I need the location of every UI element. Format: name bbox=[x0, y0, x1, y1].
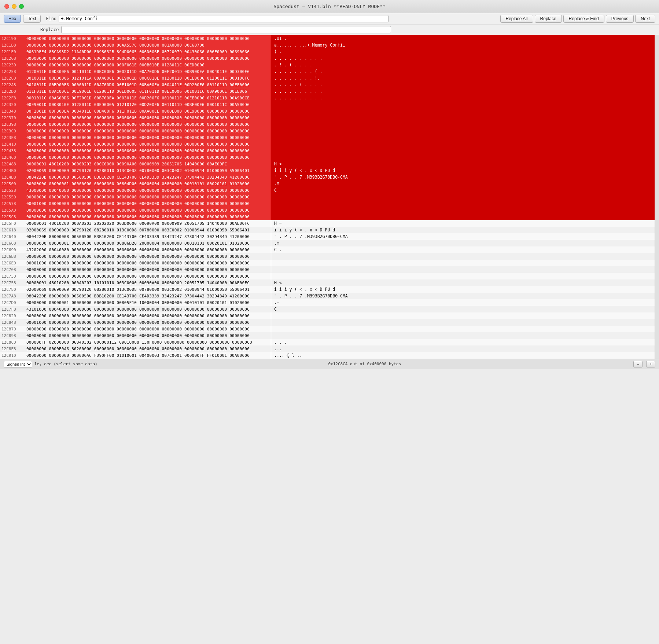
hex-row[interactable]: 12C41000000000 00000000 00000000 0000000… bbox=[0, 141, 271, 147]
text-row[interactable]: .UI . bbox=[271, 35, 655, 42]
decrease-btn[interactable]: − bbox=[633, 361, 643, 367]
hex-row[interactable]: 12C1E00061DFE4 8BCA93D2 11AA0D00 E098032… bbox=[0, 48, 271, 55]
text-panel[interactable]: .UI .a...... . ...+.Memory Confii ( . . … bbox=[271, 35, 655, 359]
hex-row[interactable]: 12C4B002000069 00690069 00790120 0828001… bbox=[0, 167, 271, 174]
text-row[interactable] bbox=[271, 319, 655, 326]
hex-row[interactable]: 12C2580120011E 00D300F6 0011011D 00BC00E… bbox=[0, 68, 271, 75]
hex-row[interactable]: 12C55000000000 00000000 00000000 0000000… bbox=[0, 194, 271, 200]
text-row[interactable]: H < bbox=[271, 279, 655, 286]
text-row[interactable] bbox=[271, 147, 655, 154]
hex-row[interactable]: 12C78002000069 00690069 00790120 0828001… bbox=[0, 286, 271, 293]
text-row[interactable] bbox=[271, 194, 655, 200]
minimize-button[interactable] bbox=[12, 4, 16, 9]
hex-row[interactable]: 12C61802000069 00690069 00790120 0828001… bbox=[0, 227, 271, 233]
text-row[interactable]: ( . bbox=[271, 48, 655, 55]
text-row[interactable]: a...... . ...+.Memory Confii bbox=[271, 42, 655, 48]
text-row[interactable] bbox=[271, 134, 655, 141]
hex-row[interactable]: 12C87000000000 00000000 00000000 0000000… bbox=[0, 326, 271, 332]
type-select[interactable]: Signed Int bbox=[4, 361, 32, 367]
hex-row[interactable]: 12C5F000000001 48010200 000A0203 2020202… bbox=[0, 220, 271, 227]
text-row[interactable]: . . . . . . . . . . bbox=[271, 55, 655, 62]
text-row[interactable]: . . . . . . . . . . bbox=[271, 88, 655, 95]
scrollbar[interactable] bbox=[655, 35, 659, 359]
hex-row[interactable]: 12C46000000000 00000000 00000000 0000000… bbox=[0, 154, 271, 161]
hex-row[interactable]: 12C6E000001000 00000000 00000000 0000000… bbox=[0, 260, 271, 266]
text-row[interactable]: . . . bbox=[271, 339, 655, 345]
next-button[interactable]: Next bbox=[635, 15, 655, 23]
hex-panel[interactable]: 12C19000000000 00000000 00000000 0000000… bbox=[0, 35, 271, 359]
text-row[interactable]: " . P . . 7 .M393B2G70DB0-CMA bbox=[271, 233, 655, 240]
hex-row[interactable]: 12C2F80001011C 00A600D6 00F2001D 00B700E… bbox=[0, 95, 271, 101]
text-row[interactable]: C bbox=[271, 187, 655, 194]
text-row[interactable]: .- bbox=[271, 299, 655, 306]
text-row[interactable]: . . . . . . . . ( . bbox=[271, 68, 655, 75]
text-row[interactable]: . ! . ( . . . . bbox=[271, 62, 655, 68]
hex-row[interactable]: 12C52843000000 00040080 00000000 0000000… bbox=[0, 187, 271, 194]
hex-row[interactable]: 12C23000000000 00000000 00000000 0000000… bbox=[0, 62, 271, 68]
hex-row[interactable]: 12C70800000000 00000000 00000000 0000000… bbox=[0, 266, 271, 273]
close-button[interactable] bbox=[4, 4, 9, 9]
text-row[interactable] bbox=[271, 114, 655, 121]
text-row[interactable] bbox=[271, 200, 655, 207]
text-row[interactable] bbox=[271, 141, 655, 147]
hex-row[interactable]: 12C84800001000 00000000 00000000 0000000… bbox=[0, 319, 271, 326]
hex-row[interactable]: 12C7F843101000 00040080 00000000 0000000… bbox=[0, 306, 271, 312]
hex-row[interactable]: 12C89800000000 00000000 00000000 0000000… bbox=[0, 332, 271, 339]
text-row[interactable] bbox=[271, 207, 655, 213]
replace-find-button[interactable]: Replace & Find bbox=[563, 15, 604, 23]
text-row[interactable]: i i i y ( < . x < D PU d bbox=[271, 167, 655, 174]
hex-row[interactable]: 12C75800000001 48010200 000A0203 1010101… bbox=[0, 279, 271, 286]
text-row[interactable]: H = bbox=[271, 220, 655, 227]
hex-row[interactable]: 12C37000000000 00000000 00000000 0000000… bbox=[0, 114, 271, 121]
text-row[interactable] bbox=[271, 326, 655, 332]
text-row[interactable]: ... bbox=[271, 345, 655, 352]
text-row[interactable]: . . . . . . . . . . bbox=[271, 95, 655, 101]
hex-row[interactable]: 12C39800000000 00000000 00000000 0000000… bbox=[0, 121, 271, 128]
text-row[interactable]: H < bbox=[271, 161, 655, 167]
hex-row[interactable]: 12C50000000000 00000001 00000000 0000000… bbox=[0, 180, 271, 187]
find-input[interactable] bbox=[59, 15, 389, 22]
text-row[interactable]: . . . . . ( . . . . bbox=[271, 81, 655, 88]
text-row[interactable] bbox=[271, 108, 655, 114]
hex-row[interactable]: 12C6400804220B 80000008 00500500 B3B1020… bbox=[0, 233, 271, 240]
text-row[interactable]: C . bbox=[271, 246, 655, 253]
text-row[interactable] bbox=[271, 128, 655, 134]
hex-row[interactable]: 12C20800000000 00000000 00000000 0000000… bbox=[0, 55, 271, 62]
text-row[interactable] bbox=[271, 213, 655, 220]
hex-row[interactable]: 12C3E800000000 00000000 00000000 0000000… bbox=[0, 134, 271, 141]
hex-row[interactable]: 12C1B800000000 00000000 00000000 0000000… bbox=[0, 42, 271, 48]
text-row[interactable] bbox=[271, 101, 655, 108]
text-row[interactable]: C bbox=[271, 306, 655, 312]
hex-row[interactable]: 12C2800010011D 00ED0006 0121011A 00A400C… bbox=[0, 75, 271, 81]
text-mode-button[interactable]: Text bbox=[23, 15, 41, 23]
text-row[interactable] bbox=[271, 266, 655, 273]
hex-row[interactable]: 12C32000E9001D 000B010E 0128011D 00ED000… bbox=[0, 101, 271, 108]
hex-row[interactable]: 12C19000000000 00000000 00000000 0000000… bbox=[0, 35, 271, 42]
hex-row[interactable]: 12C48800000001 48010200 00000203 000C000… bbox=[0, 161, 271, 167]
text-row[interactable] bbox=[271, 154, 655, 161]
text-row[interactable] bbox=[271, 253, 655, 260]
text-row[interactable] bbox=[271, 312, 655, 319]
replace-button[interactable]: Replace bbox=[535, 15, 562, 23]
hex-row[interactable]: 12C66800000000 00000001 00000000 0000000… bbox=[0, 240, 271, 246]
text-row[interactable]: " . P . . 7 .M393B2G70DB0-CMA bbox=[271, 174, 655, 180]
text-row[interactable]: i i i y ( < . x < D PU d bbox=[271, 286, 655, 293]
text-row[interactable] bbox=[271, 260, 655, 266]
hex-row[interactable]: 12C34800F2001D 00F800EA 0004011E 00D400F… bbox=[0, 108, 271, 114]
text-row[interactable]: .m bbox=[271, 240, 655, 246]
previous-button[interactable]: Previous bbox=[606, 15, 634, 23]
hex-row[interactable]: 12C69043202000 00040080 00000000 0000000… bbox=[0, 246, 271, 253]
maximize-button[interactable] bbox=[19, 4, 24, 9]
hex-row[interactable]: 12C73000000000 00000000 00000000 0000000… bbox=[0, 273, 271, 279]
hex-row[interactable]: 12C3C000000000 000000C0 00000000 0000000… bbox=[0, 128, 271, 134]
hex-row[interactable]: 12C43800000000 00000000 00000000 0000000… bbox=[0, 147, 271, 154]
hex-row[interactable]: 12C57800001000 00000000 00000000 0000000… bbox=[0, 200, 271, 207]
hex-row[interactable]: 12C6B800000000 00000000 00000000 0000000… bbox=[0, 253, 271, 260]
hex-row[interactable]: 12C2A80010011D 00BD00E6 0000011D 00A700D… bbox=[0, 81, 271, 88]
text-row[interactable]: .M bbox=[271, 180, 655, 187]
replace-input[interactable] bbox=[61, 26, 391, 33]
hex-mode-button[interactable]: Hex bbox=[4, 15, 21, 23]
hex-row[interactable]: 12C8C0000000FF 02000000 06040302 0000001… bbox=[0, 339, 271, 345]
replace-all-button[interactable]: Replace All bbox=[500, 15, 533, 23]
text-row[interactable]: i i i y ( < . x < D PU d bbox=[271, 227, 655, 233]
